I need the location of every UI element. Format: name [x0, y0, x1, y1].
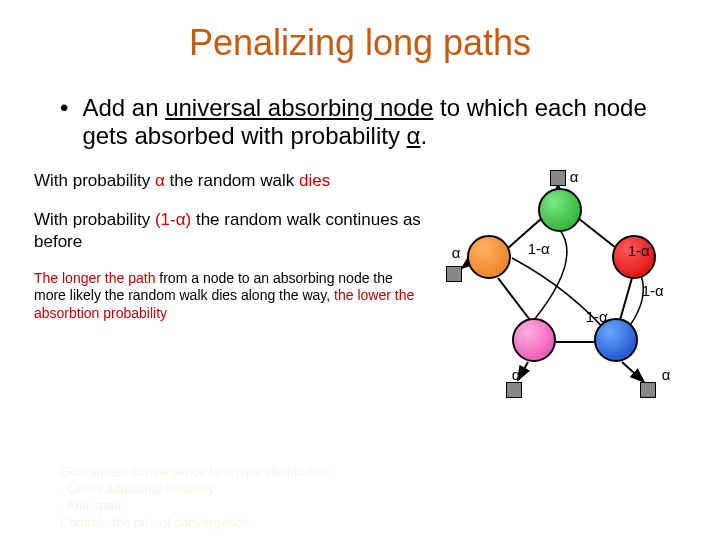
paragraph-continues: With probability (1-α) the random walk c… [34, 209, 422, 252]
svg-line-2 [620, 278, 632, 320]
underlined-term: universal absorbing node [165, 94, 433, 121]
one-minus-alpha-red: (1-α) [155, 210, 191, 229]
node-orange [467, 235, 511, 279]
label-one-minus: 1-α [642, 282, 664, 299]
bullet-dot: • [60, 94, 68, 150]
paragraph-dies: With probability α the random walk dies [34, 170, 422, 191]
svg-line-1 [578, 218, 616, 248]
bullet-text: Add an universal absorbing node to which… [82, 94, 670, 150]
main-bullet: • Add an universal absorbing node to whi… [0, 64, 720, 160]
body: With probability α the random walk dies … [0, 160, 720, 430]
absorbing-box [550, 170, 566, 186]
graph-diagram: α α 1-α 1-α 1-α 1-α α α [422, 170, 700, 430]
label-one-minus: 1-α [586, 308, 608, 325]
txt: . [420, 122, 427, 149]
label-alpha: α [452, 244, 461, 261]
ghost-text: Guarantees convergence to unique distrib… [60, 464, 330, 532]
label-alpha: α [662, 366, 671, 383]
label-one-minus: 1-α [528, 240, 550, 257]
absorbing-box [640, 382, 656, 398]
txt: With probability [34, 171, 155, 190]
text-column: With probability α the random walk dies … [34, 170, 422, 430]
node-pink [512, 318, 556, 362]
paragraph-longer: The longer the path from a node to an ab… [34, 270, 422, 323]
longer-red: The longer the path [34, 270, 155, 286]
alpha-red: α [155, 171, 165, 190]
svg-line-4 [498, 278, 530, 320]
node-green [538, 188, 582, 232]
txt: With probability [34, 210, 155, 229]
label-one-minus: 1-α [628, 242, 650, 259]
svg-line-8 [622, 362, 644, 382]
label-alpha: α [512, 366, 521, 383]
slide-title: Penalizing long paths [0, 0, 720, 64]
label-alpha: α [570, 168, 579, 185]
txt: Add an [82, 94, 165, 121]
absorbing-box [446, 266, 462, 282]
alpha-symbol: α [407, 122, 421, 149]
absorbing-box [506, 382, 522, 398]
txt: the random walk [165, 171, 299, 190]
dies-red: dies [299, 171, 330, 190]
